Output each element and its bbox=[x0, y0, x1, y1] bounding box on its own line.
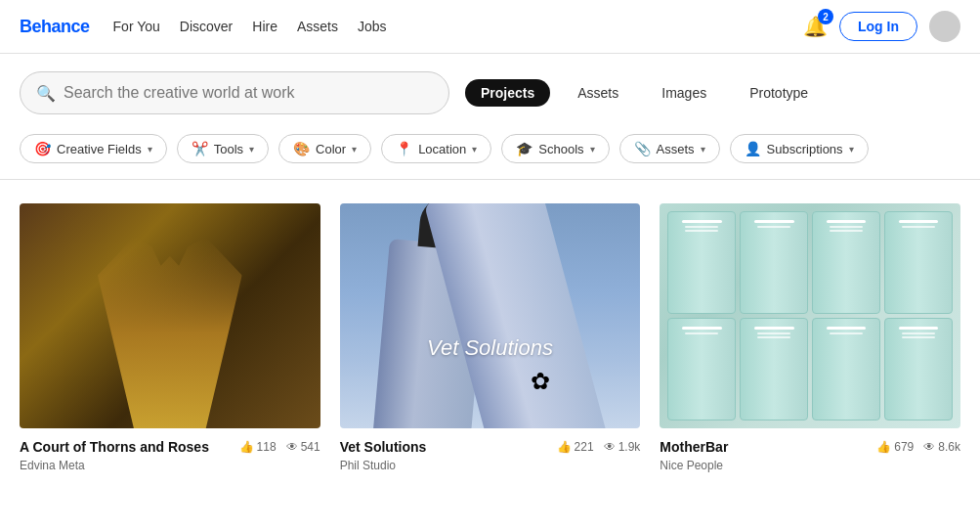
notifications-bell[interactable]: 🔔 2 bbox=[803, 15, 828, 38]
view-count-1: 541 bbox=[301, 440, 320, 454]
project-text-3: MotherBar Nice People bbox=[660, 438, 728, 472]
canister-label bbox=[827, 327, 867, 330]
like-icon: 👍 bbox=[876, 440, 891, 454]
canister-label-sm bbox=[830, 332, 863, 334]
project-stats-3: 👍 679 👁 8.6k bbox=[876, 440, 960, 454]
canister-label bbox=[754, 327, 794, 330]
chevron-down-icon: ▾ bbox=[249, 144, 254, 155]
canister-4 bbox=[884, 211, 953, 314]
notification-badge: 2 bbox=[818, 9, 833, 24]
header-right: 🔔 2 Log In bbox=[803, 11, 960, 42]
view-count-3: 8.6k bbox=[938, 440, 960, 454]
canister-5 bbox=[667, 318, 736, 420]
view-icon: 👁 bbox=[923, 440, 935, 454]
filter-subscriptions[interactable]: 👤 Subscriptions ▾ bbox=[730, 134, 869, 163]
flower-icon: ✿ bbox=[531, 368, 550, 395]
project-info-3: MotherBar Nice People 👍 679 👁 8.6k bbox=[660, 428, 960, 476]
filter-schools[interactable]: 🎓 Schools ▾ bbox=[501, 134, 609, 163]
project-card-3[interactable]: MotherBar Nice People 👍 679 👁 8.6k bbox=[660, 203, 960, 476]
canister-label-sm bbox=[757, 332, 790, 334]
tools-icon: ✂️ bbox=[192, 141, 208, 156]
nav-discover[interactable]: Discover bbox=[180, 19, 233, 34]
project-title-1: A Court of Thorns and Roses bbox=[20, 438, 209, 456]
project-author-1: Edvina Meta bbox=[20, 459, 209, 472]
filter-color[interactable]: 🎨 Color ▾ bbox=[278, 134, 371, 163]
project-card-1[interactable]: A Court of Thorns and Roses Edvina Meta … bbox=[20, 203, 320, 476]
like-icon: 👍 bbox=[557, 440, 572, 454]
filter-location[interactable]: 📍 Location ▾ bbox=[381, 134, 491, 163]
canister-6 bbox=[740, 318, 808, 420]
view-count-2: 1.9k bbox=[618, 440, 641, 454]
location-icon: 📍 bbox=[396, 141, 412, 156]
canister-label bbox=[899, 327, 939, 330]
chevron-down-icon: ▾ bbox=[352, 144, 357, 155]
canister-label-sm bbox=[902, 332, 935, 334]
project-views-2: 👁 1.9k bbox=[604, 440, 641, 454]
canister-label-sm bbox=[757, 336, 790, 338]
header: Behance For You Discover Hire Assets Job… bbox=[0, 0, 980, 54]
chevron-down-icon: ▾ bbox=[472, 144, 477, 155]
canister-label-sm bbox=[830, 230, 863, 232]
nav-assets[interactable]: Assets bbox=[297, 19, 338, 34]
project-likes-3: 👍 679 bbox=[876, 440, 914, 454]
canister-label-sm bbox=[757, 226, 790, 228]
filter-creative-fields[interactable]: 🎯 Creative Fields ▾ bbox=[20, 134, 167, 163]
canister-8 bbox=[884, 318, 953, 420]
logo[interactable]: Behance bbox=[20, 17, 90, 37]
project-author-3: Nice People bbox=[660, 459, 728, 472]
filter-assets[interactable]: 📎 Assets ▾ bbox=[619, 134, 720, 163]
canister-label-sm bbox=[685, 230, 718, 232]
chevron-down-icon: ▾ bbox=[590, 144, 595, 155]
project-info-1: A Court of Thorns and Roses Edvina Meta … bbox=[20, 428, 320, 476]
filter-schools-label: Schools bbox=[538, 142, 583, 156]
canister-label bbox=[754, 220, 794, 223]
chevron-down-icon: ▾ bbox=[148, 144, 152, 155]
project-stats-2: 👍 221 👁 1.9k bbox=[557, 440, 641, 454]
chevron-down-icon: ▾ bbox=[849, 144, 854, 155]
tab-images[interactable]: Images bbox=[646, 79, 722, 107]
canister-label-sm bbox=[902, 336, 935, 338]
chevron-down-icon: ▾ bbox=[701, 144, 705, 155]
canister-label bbox=[827, 220, 867, 223]
view-icon: 👁 bbox=[604, 440, 616, 454]
canister-label bbox=[682, 327, 722, 330]
projects-grid: A Court of Thorns and Roses Edvina Meta … bbox=[0, 180, 980, 500]
avatar[interactable] bbox=[929, 11, 960, 42]
nav-for-you[interactable]: For You bbox=[113, 19, 160, 34]
filter-location-label: Location bbox=[418, 142, 466, 156]
nav-hire[interactable]: Hire bbox=[252, 19, 277, 34]
tab-assets[interactable]: Assets bbox=[562, 79, 634, 107]
nav-jobs[interactable]: Jobs bbox=[358, 19, 387, 34]
filter-subscriptions-label: Subscriptions bbox=[767, 142, 843, 156]
filter-color-label: Color bbox=[316, 142, 346, 156]
schools-icon: 🎓 bbox=[516, 141, 533, 156]
canister-label-sm bbox=[685, 332, 718, 334]
search-input[interactable] bbox=[64, 84, 433, 102]
project-views-3: 👁 8.6k bbox=[923, 440, 960, 454]
project-text-2: Vet Solutions Phil Studio bbox=[340, 438, 427, 472]
canister-label-sm bbox=[902, 226, 935, 228]
color-icon: 🎨 bbox=[293, 141, 310, 156]
tab-projects[interactable]: Projects bbox=[465, 79, 550, 107]
like-icon: 👍 bbox=[239, 440, 254, 454]
tab-prototype[interactable]: Prototype bbox=[734, 79, 824, 107]
project-text-1: A Court of Thorns and Roses Edvina Meta bbox=[20, 438, 209, 472]
main-nav: For You Discover Hire Assets Jobs bbox=[113, 19, 387, 34]
project-info-2: Vet Solutions Phil Studio 👍 221 👁 1.9k bbox=[340, 428, 641, 476]
canister-label-sm bbox=[685, 226, 718, 228]
login-button[interactable]: Log In bbox=[839, 12, 917, 41]
vet-solutions-text: Vet Solutions bbox=[427, 335, 553, 361]
search-icon: 🔍 bbox=[36, 84, 56, 103]
like-count-3: 679 bbox=[894, 440, 914, 454]
like-count-1: 118 bbox=[257, 440, 277, 454]
search-bar[interactable]: 🔍 bbox=[20, 71, 449, 114]
filter-tools[interactable]: ✂️ Tools ▾ bbox=[177, 134, 269, 163]
filter-tools-label: Tools bbox=[214, 142, 243, 156]
project-card-2[interactable]: Vet Solutions ✿ Vet Solutions Phil Studi… bbox=[340, 203, 641, 476]
canister-grid bbox=[660, 203, 960, 428]
project-title-3: MotherBar bbox=[660, 438, 728, 456]
project-author-2: Phil Studio bbox=[340, 459, 427, 472]
filter-assets-label: Assets bbox=[657, 142, 695, 156]
canister-label-sm bbox=[830, 226, 863, 228]
project-thumb-2: Vet Solutions ✿ bbox=[340, 203, 641, 428]
